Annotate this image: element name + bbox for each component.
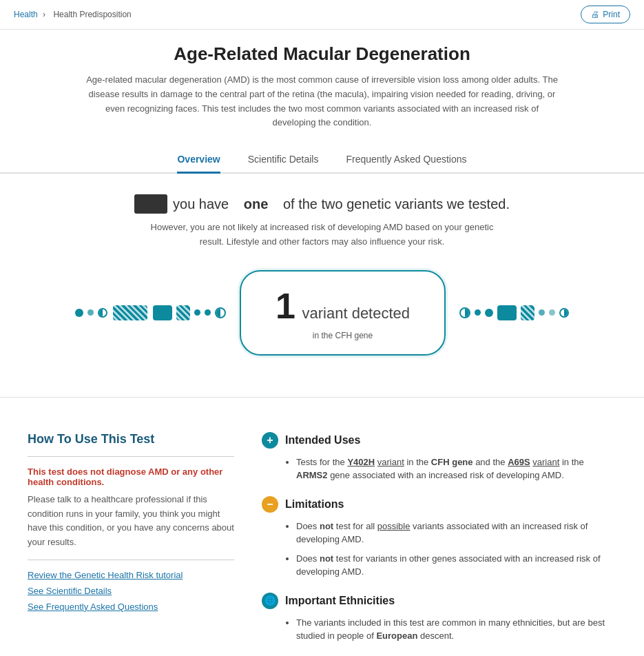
result-pre: you have [173, 196, 229, 212]
two-col-section: How To Use This Test This test does not … [0, 411, 644, 656]
breadcrumb-separator: › [43, 10, 45, 19]
result-post: of the two genetic variants we tested. [283, 196, 510, 212]
link-tutorial[interactable]: Review the Genetic Health Risk tutorial [28, 570, 234, 580]
ethnicities-body: The variants included in this test are c… [262, 616, 616, 643]
page-description: Age-related macular degeneration (AMD) i… [83, 73, 561, 130]
print-button[interactable]: 🖨 Print [581, 6, 630, 23]
link-faq[interactable]: See Frequently Asked Questions [28, 602, 234, 612]
bar-l1 [113, 305, 147, 320]
left-column: How To Use This Test This test does not … [28, 432, 234, 656]
limitations-header: − Limitations [262, 496, 616, 513]
bar-r1 [497, 305, 517, 320]
bar-l2 [153, 305, 172, 320]
plus-icon: + [262, 432, 278, 449]
top-nav: Health › Health Predisposition 🖨 Print [0, 0, 644, 30]
dots-right [459, 305, 569, 320]
result-icon [134, 194, 167, 214]
link-scientific[interactable]: See Scientific Details [28, 586, 234, 596]
variant-number: 1 [276, 286, 295, 326]
tab-bar: Overview Scientific Details Frequently A… [0, 148, 644, 174]
ethnicities-title: Important Ethnicities [285, 595, 395, 607]
dot-r6 [559, 308, 569, 318]
ethnicities-bullet-0: The variants included in this test are c… [296, 616, 616, 643]
limitations-title: Limitations [285, 498, 344, 511]
result-bold: one [244, 196, 269, 212]
result-section: you have one of the two genetic variants… [0, 174, 644, 383]
warning-text: This test does not diagnose AMD or any o… [28, 467, 234, 487]
result-subtext: However, you are not likely at increased… [143, 221, 501, 249]
right-column: + Intended Uses Tests for the Y402H vari… [262, 432, 616, 656]
breadcrumb-current: Health Predisposition [53, 10, 131, 19]
dot-l5 [205, 309, 211, 316]
dot-l3 [98, 308, 107, 318]
dot-l4 [194, 309, 200, 316]
dot-l6 [215, 307, 226, 318]
minus-icon: − [262, 496, 278, 513]
globe-icon: 🌐 [262, 593, 278, 609]
dot-r1 [459, 307, 470, 318]
dot-l1 [75, 309, 83, 317]
page-title-section: Age-Related Macular Degeneration Age-rel… [0, 30, 644, 137]
tab-faq[interactable]: Frequently Asked Questions [346, 148, 466, 174]
breadcrumb: Health › Health Predisposition [14, 10, 134, 19]
variant-box: 1 variant detected in the CFH gene [240, 270, 446, 356]
result-headline: you have one of the two genetic variants… [28, 194, 616, 214]
intended-uses-title: Intended Uses [285, 434, 360, 447]
intended-uses-body: Tests for the Y402H variant in the CFH g… [262, 455, 616, 482]
dots-left [75, 305, 226, 320]
bar-l3 [176, 305, 190, 320]
dot-r3 [485, 309, 493, 317]
dot-r5 [549, 309, 555, 316]
intended-uses-bullet-0: Tests for the Y402H variant in the CFH g… [296, 455, 616, 482]
how-to-title: How To Use This Test [28, 432, 234, 447]
bar-r2 [521, 305, 534, 320]
dot-l2 [87, 309, 94, 316]
page-title: Age-Related Macular Degeneration [83, 43, 561, 65]
tab-scientific-details[interactable]: Scientific Details [248, 148, 319, 174]
dot-r2 [475, 309, 481, 316]
info-text: Please talk to a healthcare professional… [28, 493, 234, 550]
limitations-body: Does not test for all possible variants … [262, 520, 616, 579]
variant-label: variant detected [302, 305, 411, 322]
intended-uses-header: + Intended Uses [262, 432, 616, 449]
breadcrumb-parent[interactable]: Health [14, 10, 38, 19]
printer-icon: 🖨 [591, 10, 599, 19]
limitations-bullet-1: Does not test for variants in other gene… [296, 552, 616, 579]
variant-gene: in the CFH gene [276, 331, 410, 340]
dot-r4 [539, 309, 545, 316]
ethnicities-header: 🌐 Important Ethnicities [262, 593, 616, 609]
variant-visual: 1 variant detected in the CFH gene [28, 270, 616, 356]
tab-overview[interactable]: Overview [177, 148, 220, 174]
limitations-bullet-0: Does not test for all possible variants … [296, 520, 616, 546]
